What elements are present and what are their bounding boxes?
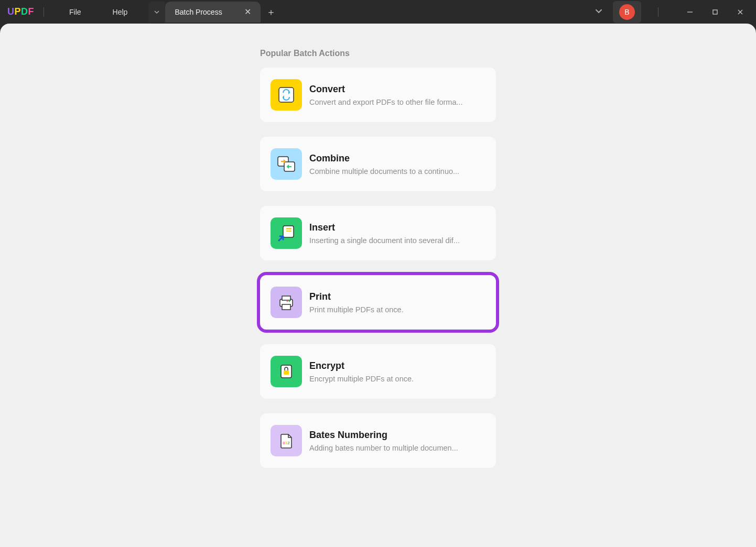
tab-list-dropdown[interactable] xyxy=(148,2,165,23)
divider xyxy=(44,7,44,17)
chevron-down-icon xyxy=(154,9,159,15)
encrypt-icon xyxy=(271,356,302,387)
insert-icon xyxy=(271,217,302,249)
action-desc: Adding bates number to multiple documen.… xyxy=(309,444,485,452)
svg-rect-6 xyxy=(286,228,291,229)
svg-rect-14 xyxy=(284,370,289,375)
tab-batch-process[interactable]: Batch Process ✕ xyxy=(165,2,260,23)
app-logo: UPDF xyxy=(7,6,34,17)
action-title: Convert xyxy=(309,84,485,95)
minimize-button[interactable] xyxy=(679,4,700,20)
close-button[interactable] xyxy=(730,4,751,20)
tab-close-button[interactable]: ✕ xyxy=(244,7,251,17)
action-list: Convert Convert and export PDFs to other… xyxy=(260,68,496,468)
avatar: B xyxy=(619,4,635,20)
action-desc: Convert and export PDFs to other file fo… xyxy=(309,98,485,106)
action-desc: Inserting a single document into several… xyxy=(309,236,485,245)
svg-text:012: 012 xyxy=(283,441,290,445)
action-title: Encrypt xyxy=(309,360,485,371)
menu-help[interactable]: Help xyxy=(97,8,144,16)
action-desc: Encrypt multiple PDFs at once. xyxy=(309,375,485,383)
divider xyxy=(658,7,658,17)
action-insert[interactable]: Insert Inserting a single document into … xyxy=(260,206,496,260)
maximize-button[interactable] xyxy=(705,4,726,20)
svg-rect-1 xyxy=(713,10,717,14)
action-title: Print xyxy=(309,291,485,302)
svg-rect-10 xyxy=(282,304,290,310)
bates-icon: 012 xyxy=(271,425,302,456)
menu-file[interactable]: File xyxy=(53,8,97,16)
maximize-icon xyxy=(712,9,718,15)
tab-title: Batch Process xyxy=(175,8,222,16)
convert-icon xyxy=(271,79,302,111)
svg-point-11 xyxy=(289,301,290,302)
action-convert[interactable]: Convert Convert and export PDFs to other… xyxy=(260,68,496,122)
combine-icon xyxy=(271,148,302,180)
action-title: Insert xyxy=(309,222,485,233)
svg-rect-7 xyxy=(286,231,291,232)
action-title: Combine xyxy=(309,153,485,164)
section-title: Popular Batch Actions xyxy=(260,49,496,58)
svg-rect-9 xyxy=(282,296,290,300)
action-combine[interactable]: Combine Combine multiple documents to a … xyxy=(260,137,496,191)
new-tab-button[interactable]: ＋ xyxy=(261,2,282,23)
tab-bar: Batch Process ✕ ＋ xyxy=(148,2,281,23)
titlebar: UPDF File Help Batch Process ✕ ＋ B xyxy=(0,0,756,24)
action-desc: Print multiple PDFs at once. xyxy=(309,305,485,314)
action-title: Bates Numbering xyxy=(309,430,485,441)
window-controls xyxy=(679,4,751,20)
close-icon xyxy=(737,9,743,15)
action-desc: Combine multiple documents to a continuo… xyxy=(309,167,485,176)
account-dropdown[interactable] xyxy=(592,4,606,19)
titlebar-right: B xyxy=(592,1,756,23)
action-encrypt[interactable]: Encrypt Encrypt multiple PDFs at once. xyxy=(260,344,496,399)
print-icon xyxy=(271,287,302,318)
action-print[interactable]: Print Print multiple PDFs at once. xyxy=(260,275,496,330)
content-area: Popular Batch Actions Convert Convert an… xyxy=(0,24,756,547)
action-bates-numbering[interactable]: 012 Bates Numbering Adding bates number … xyxy=(260,413,496,468)
svg-point-12 xyxy=(287,301,288,302)
chevron-down-icon xyxy=(595,7,602,15)
minimize-icon xyxy=(687,9,693,15)
user-avatar-button[interactable]: B xyxy=(613,1,641,23)
